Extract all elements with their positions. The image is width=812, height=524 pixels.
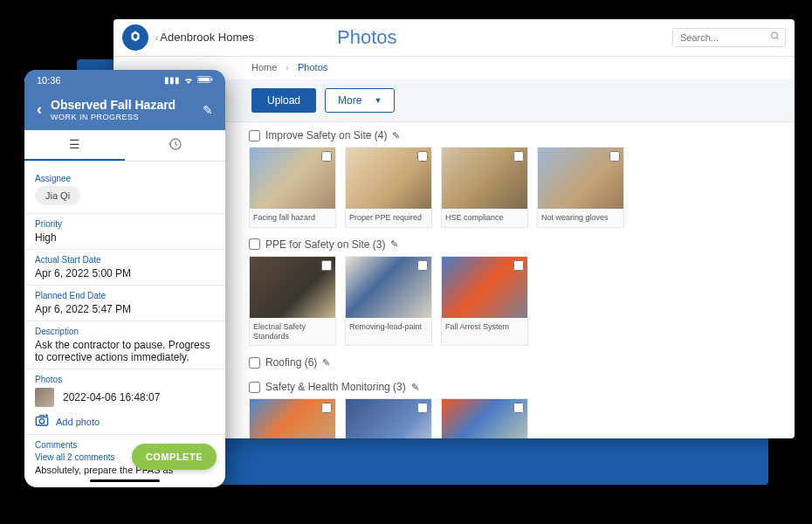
photo-checkbox[interactable] [609, 151, 620, 162]
photo-checkbox[interactable] [417, 260, 428, 271]
photo-checkbox[interactable] [417, 403, 428, 413]
priority-value: High [35, 231, 215, 244]
signal-icon: ▮▮▮ [164, 75, 180, 86]
camera-icon [35, 414, 49, 429]
photo-card[interactable]: Facing fall hazard [249, 147, 336, 228]
photo-entry[interactable]: 2022-04-06 16:48:07 [35, 388, 215, 407]
assignee-chip[interactable]: Jia Qi [35, 186, 80, 205]
actual-start-value: Apr 6, 2022 5:00 PM [35, 267, 215, 279]
tab-history[interactable] [125, 130, 225, 161]
photo-caption: HSE compliance [442, 209, 527, 227]
group-header: PPE for Safety on Site (3) ✎ [249, 231, 777, 256]
group-header: Safety & Health Monitoring (3) ✎ [249, 374, 777, 398]
photo-caption: Electrial Safety Standards [250, 318, 335, 346]
photo-row [249, 398, 777, 438]
mobile-title-block: Observed Fall Hazard WORK IN PROGRESS [51, 98, 194, 121]
photo-checkbox[interactable] [513, 403, 524, 413]
photo-thumbnail [35, 388, 54, 407]
more-button-label: More [338, 94, 361, 107]
status-icons: ▮▮▮ [164, 75, 213, 86]
edit-icon[interactable]: ✎ [411, 382, 419, 393]
svg-point-7 [39, 419, 44, 424]
photo-card[interactable] [345, 398, 432, 438]
photo-card[interactable] [441, 398, 528, 438]
photo-caption: Removing-lead-paint [346, 318, 431, 336]
task-title: Observed Fall Hazard [51, 98, 194, 112]
group-checkbox[interactable] [249, 357, 260, 369]
page-title: Photos [337, 26, 672, 49]
mobile-body: Assignee Jia Qi Priority High Actual Sta… [24, 162, 225, 476]
photo-card[interactable] [249, 398, 336, 438]
upload-button[interactable]: Upload [251, 88, 316, 113]
photo-caption: Not wearing gloves [538, 209, 623, 227]
photo-checkbox[interactable] [513, 151, 524, 162]
svg-rect-3 [198, 78, 209, 81]
add-photo-button[interactable]: Add photo [35, 414, 215, 429]
edit-icon[interactable]: ✎ [392, 130, 400, 141]
home-indicator [90, 479, 160, 482]
edit-icon[interactable]: ✎ [322, 357, 330, 369]
search-icon[interactable] [770, 31, 781, 45]
actual-start-label: Actual Start Date [35, 255, 215, 265]
photo-card[interactable]: HSE compliance [441, 147, 528, 228]
photo-row: Electrial Safety Standards Removing-lead… [249, 256, 777, 347]
group-label: Safety & Health Monitoring (3) [265, 381, 406, 393]
mobile-task-card: 10:36 ▮▮▮ ‹ Observed Fall Hazard WORK IN… [24, 70, 225, 487]
tab-details[interactable]: ☰ [24, 130, 125, 161]
photo-card[interactable]: Fall Arrest System [441, 256, 528, 347]
planned-end-value: Apr 6, 2022 5:47 PM [35, 303, 215, 315]
more-button[interactable]: More ▼ [325, 88, 395, 113]
complete-button[interactable]: COMPLETE [132, 444, 217, 470]
battery-icon [197, 75, 213, 86]
back-arrow-icon[interactable]: ‹ [37, 100, 42, 119]
photo-caption: Fall Arrest System [442, 318, 527, 336]
priority-label: Priority [35, 219, 215, 229]
photo-checkbox[interactable] [321, 260, 332, 271]
photo-card[interactable]: Removing-lead-paint [345, 256, 432, 347]
group-checkbox[interactable] [249, 382, 260, 393]
svg-point-0 [772, 32, 778, 38]
group-label: Roofing (6) [265, 356, 317, 369]
description-value: Ask the contractor to pause. Progress to… [35, 339, 215, 363]
group-checkbox[interactable] [249, 238, 260, 250]
status-time: 10:36 [37, 75, 61, 86]
app-logo-icon[interactable] [122, 24, 148, 51]
edit-icon[interactable]: ✎ [390, 238, 398, 250]
tab-row: ☰ [24, 130, 225, 162]
breadcrumb-home[interactable]: Home [251, 62, 277, 72]
photos-label: Photos [35, 375, 215, 384]
group-header: Improve Safety on Site (4) ✎ [249, 122, 777, 147]
search-box [672, 28, 786, 47]
svg-line-1 [777, 38, 780, 40]
photo-card[interactable]: Electrial Safety Standards [249, 256, 336, 347]
breadcrumb-caret-icon: ‹ [155, 33, 158, 43]
search-input[interactable] [672, 28, 786, 47]
photo-caption: Proper PPE required [346, 209, 431, 227]
photo-checkbox[interactable] [417, 151, 428, 162]
wifi-icon [183, 75, 194, 86]
photo-card[interactable]: Not wearing gloves [537, 147, 624, 228]
photo-checkbox[interactable] [321, 151, 332, 162]
assignee-label: Assignee [35, 174, 215, 183]
group-label: Improve Safety on Site (4) [265, 129, 387, 141]
svg-rect-4 [211, 79, 212, 81]
photo-checkbox[interactable] [321, 403, 332, 413]
group-checkbox[interactable] [249, 130, 260, 141]
breadcrumb-current: Photos [298, 62, 327, 72]
comment-meta: Isabel Han on Apr 6, 2022 4:59 PM [35, 475, 215, 476]
chevron-right-icon: › [286, 62, 289, 72]
planned-end-label: Planned End Date [35, 291, 215, 300]
caret-down-icon: ▼ [374, 96, 382, 105]
photo-timestamp: 2022-04-06 16:48:07 [63, 391, 160, 403]
photo-checkbox[interactable] [513, 260, 524, 271]
edit-icon[interactable]: ✎ [203, 103, 213, 117]
mobile-header: ‹ Observed Fall Hazard WORK IN PROGRESS … [24, 91, 225, 130]
task-status: WORK IN PROGRESS [51, 113, 194, 121]
company-name[interactable]: Adenbrook Homes [160, 31, 254, 44]
photo-card[interactable]: Proper PPE required [345, 147, 432, 228]
photo-row: Facing fall hazard Proper PPE required H… [249, 147, 777, 228]
status-bar: 10:36 ▮▮▮ [24, 70, 225, 91]
group-label: PPE for Safety on Site (3) [265, 238, 385, 251]
photo-caption: Facing fall hazard [250, 209, 335, 227]
add-photo-label: Add photo [56, 417, 100, 427]
